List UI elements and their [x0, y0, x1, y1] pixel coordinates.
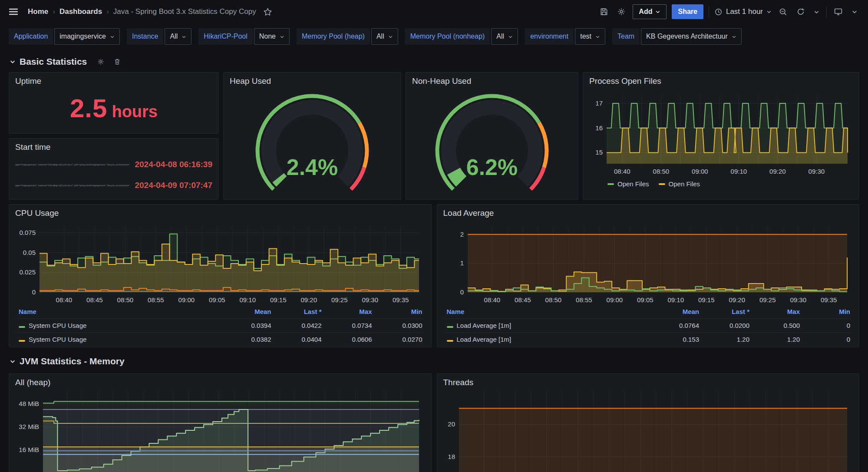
variable-instance: Instance All: [127, 28, 191, 45]
variable-memory-pool-heap-value[interactable]: All: [371, 28, 398, 45]
legend-stat-value: 0.0270: [373, 333, 423, 347]
threads-chart[interactable]: 1820: [443, 390, 851, 472]
start-time-value: 2024-04-08 06:16:39: [135, 160, 212, 169]
variable-memory-pool-nonheap-value[interactable]: All: [491, 28, 518, 45]
legend-column-header[interactable]: Max: [323, 307, 373, 319]
svg-text:09:20: 09:20: [769, 168, 786, 175]
variable-environment-value[interactable]: test: [575, 28, 605, 45]
variable-hikaricp-pool-value[interactable]: None: [254, 28, 290, 45]
favorite-star-icon[interactable]: [261, 6, 274, 18]
section-jvm-statistics-memory[interactable]: JVM Statistics - Memory: [0, 347, 868, 372]
variable-instance-label[interactable]: Instance: [127, 28, 163, 45]
panel-title[interactable]: Threads: [443, 377, 853, 388]
collapse-topbar-chevron-icon[interactable]: [850, 7, 859, 17]
svg-text:2: 2: [460, 231, 463, 238]
legend-column-header[interactable]: Min: [373, 307, 423, 319]
row-settings-gear-icon[interactable]: [97, 58, 105, 66]
variable-hikaricp-pool-label[interactable]: HikariCP-Pool: [198, 28, 252, 45]
variable-memory-pool-heap: Memory Pool (heap) All: [297, 28, 398, 45]
legend-column-header[interactable]: Mean: [222, 307, 272, 319]
basic-statistics-panels-row: Uptime 2.5hours Start time {app="imaging…: [9, 72, 859, 198]
legend-column-header[interactable]: Min: [801, 307, 851, 319]
variable-team-value[interactable]: KB Gegevens Architectuur: [641, 28, 742, 45]
add-button[interactable]: Add: [633, 4, 667, 19]
dashboard-settings-gear-icon[interactable]: [615, 6, 627, 18]
panel-title[interactable]: All (heap): [15, 377, 425, 388]
legend-column-header[interactable]: Name: [16, 307, 222, 319]
breadcrumb-dashboard-title: Java - Spring Boot 3.x Statistics Copy C…: [113, 7, 256, 16]
panel-all-heap: All (heap) 16 MiB32 MiB48 MiB: [9, 373, 432, 472]
chevron-down-icon: [182, 34, 186, 39]
legend-stat-value: 1.20: [750, 333, 801, 347]
legend-series-row[interactable]: Load Average [1m]0.07640.02000.5000: [444, 319, 851, 333]
svg-text:18: 18: [448, 453, 455, 460]
breadcrumb-dashboards[interactable]: Dashboards: [59, 7, 102, 16]
panel-title[interactable]: Uptime: [15, 76, 212, 86]
panel-title[interactable]: Start time: [15, 142, 212, 152]
variable-instance-value[interactable]: All: [165, 28, 191, 45]
clock-icon: [714, 8, 723, 16]
svg-text:08:55: 08:55: [148, 296, 164, 304]
chevron-down-icon: [280, 34, 284, 39]
svg-text:08:40: 08:40: [614, 168, 630, 175]
chevron-down-icon: [10, 358, 16, 364]
panel-title[interactable]: Load Average: [443, 208, 853, 218]
svg-text:08:55: 08:55: [576, 296, 592, 304]
uptime-stat-value: 2.5hours: [15, 93, 212, 123]
legend-series-row[interactable]: Load Average [1m]0.1531.201.200: [444, 333, 851, 347]
variable-memory-pool-heap-label[interactable]: Memory Pool (heap): [297, 28, 370, 45]
all-heap-chart[interactable]: 16 MiB32 MiB48 MiB: [15, 390, 423, 472]
zoom-out-time-icon[interactable]: [777, 6, 789, 18]
svg-text:09:00: 09:00: [606, 296, 623, 304]
variable-application-label[interactable]: Application: [9, 28, 53, 45]
legend-stat-value: 0.0394: [222, 319, 272, 333]
nonheap-used-gauge: 6.2%: [412, 87, 572, 197]
variable-team-label[interactable]: Team: [612, 28, 640, 45]
svg-text:16 MiB: 16 MiB: [19, 446, 39, 453]
cpu-usage-chart[interactable]: 08:4008:4508:5008:5509:0009:0509:1009:15…: [15, 218, 423, 305]
open-files-chart[interactable]: 08:4008:5009:0009:1009:2009:30151617: [589, 90, 852, 177]
svg-text:09:10: 09:10: [240, 296, 256, 304]
save-dashboard-icon[interactable]: [598, 6, 610, 18]
section-title: JVM Statistics - Memory: [20, 356, 125, 366]
svg-text:09:05: 09:05: [209, 296, 225, 304]
chevron-down-icon: [508, 34, 513, 39]
tv-kiosk-mode-icon[interactable]: [832, 6, 845, 18]
load-average-chart[interactable]: 08:4008:4508:5008:5509:0009:0509:1009:15…: [443, 218, 851, 305]
series-color-swatch: [447, 340, 453, 342]
svg-text:48 MiB: 48 MiB: [19, 400, 39, 407]
panel-title[interactable]: CPU Usage: [15, 208, 425, 218]
share-button[interactable]: Share: [672, 4, 703, 19]
variable-environment-label[interactable]: environment: [525, 28, 574, 45]
series-color-swatch: [19, 326, 25, 328]
legend-item[interactable]: Open Files: [607, 180, 649, 188]
legend-item[interactable]: Open Files: [659, 180, 700, 188]
legend-column-header[interactable]: Last *: [272, 307, 323, 319]
time-range-picker[interactable]: Last 1 hour: [714, 7, 772, 16]
breadcrumb-home[interactable]: Home: [28, 7, 48, 16]
legend-stat-value: 1.20: [700, 333, 750, 347]
share-button-label: Share: [678, 8, 697, 16]
section-basic-statistics[interactable]: Basic Statistics: [0, 45, 868, 72]
legend-series-row[interactable]: System CPU Usage0.03940.04220.07340.0300: [16, 319, 423, 333]
svg-text:09:30: 09:30: [809, 168, 825, 175]
panel-title[interactable]: Heap Used: [230, 76, 395, 86]
legend-column-header[interactable]: Mean: [650, 307, 700, 319]
variable-memory-pool-nonheap-label[interactable]: Memory Pool (nonheap): [405, 28, 490, 45]
legend-column-header[interactable]: Name: [444, 307, 650, 319]
hamburger-menu-icon[interactable]: [9, 7, 18, 17]
legend-series-row[interactable]: System CPU Usage0.03820.04040.06060.0270: [16, 333, 423, 347]
refresh-icon[interactable]: [795, 6, 807, 18]
svg-text:08:45: 08:45: [515, 296, 531, 304]
panel-title[interactable]: Process Open Files: [589, 76, 853, 86]
legend-column-header[interactable]: Last *: [700, 307, 750, 319]
row-delete-trash-icon[interactable]: [113, 58, 121, 66]
toolbar-divider: [709, 6, 709, 17]
chevron-down-icon: [110, 34, 115, 39]
panel-title[interactable]: Non-Heap Used: [412, 76, 572, 86]
variable-application-value[interactable]: imagingservice: [54, 28, 120, 45]
legend-column-header[interactable]: Max: [750, 307, 801, 319]
svg-text:2.4%: 2.4%: [287, 155, 338, 180]
refresh-interval-chevron-icon[interactable]: [812, 7, 821, 17]
svg-text:16: 16: [595, 124, 603, 132]
